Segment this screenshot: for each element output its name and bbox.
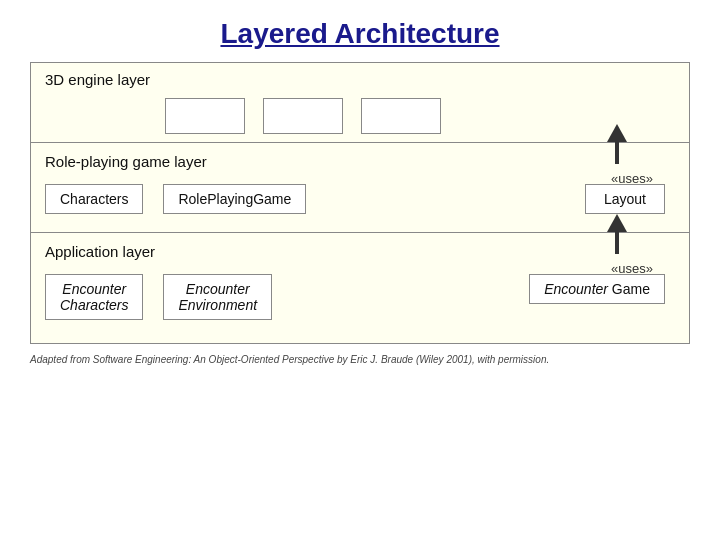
app-uses-label: «uses» xyxy=(611,261,653,276)
encounter-environment-box: Encounter Environment xyxy=(163,274,272,320)
arrow-up-icon-2 xyxy=(607,214,627,254)
arrow-engine-rpg xyxy=(607,124,627,164)
arrow-head xyxy=(607,124,627,142)
engine-box-1 xyxy=(165,98,245,134)
arrow-shaft xyxy=(615,142,619,164)
encounter-game-normal: Game xyxy=(608,281,650,297)
engine-boxes-row xyxy=(165,98,675,134)
encounter-characters-box: Encounter Characters xyxy=(45,274,143,320)
rpg-uses-label: «uses» xyxy=(611,171,653,186)
characters-box: Characters xyxy=(45,184,143,214)
app-content-row: Encounter Characters Encounter Environme… xyxy=(45,274,675,320)
encounter-game-box: Encounter Game xyxy=(529,274,665,304)
engine-box-3 xyxy=(361,98,441,134)
encounter-env-line1: Encounter xyxy=(186,281,250,297)
engine-box-2 xyxy=(263,98,343,134)
app-layer-label: Application layer xyxy=(45,243,675,260)
rpg-layer: Role-playing game layer «uses» Character… xyxy=(31,143,689,233)
app-layer: Application layer «uses» Encounter Chara… xyxy=(31,233,689,343)
arrow-shaft-2 xyxy=(615,232,619,254)
role-playing-game-box: RolePlayingGame xyxy=(163,184,306,214)
encounter-chars-line2: Characters xyxy=(60,297,128,313)
layout-box: Layout xyxy=(585,184,665,214)
rpg-content-row: Characters RolePlayingGame Layout xyxy=(45,184,675,214)
encounter-env-line2: Environment xyxy=(178,297,257,313)
engine-layer: 3D engine layer xyxy=(31,63,689,143)
page-title: Layered Architecture xyxy=(0,0,720,62)
encounter-chars-line1: Encounter xyxy=(62,281,126,297)
engine-layer-label: 3D engine layer xyxy=(45,71,675,88)
arrow-rpg-app xyxy=(607,214,627,254)
rpg-layer-label: Role-playing game layer xyxy=(45,153,675,170)
architecture-diagram: 3D engine layer Role-playing game layer … xyxy=(30,62,690,344)
arrow-up-icon xyxy=(607,124,627,164)
encounter-game-italic: Encounter xyxy=(544,281,608,297)
credit-text: Adapted from Software Engineering: An Ob… xyxy=(30,354,690,365)
arrow-head-2 xyxy=(607,214,627,232)
